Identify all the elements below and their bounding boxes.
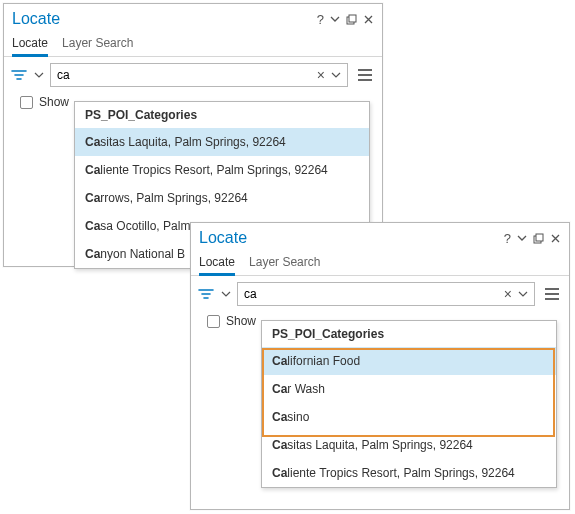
close-icon[interactable] bbox=[363, 14, 374, 25]
suggestions-header: PS_POI_Categories bbox=[262, 321, 556, 347]
svg-rect-3 bbox=[536, 234, 543, 241]
filter-icon[interactable] bbox=[197, 285, 215, 303]
pane-title: Locate bbox=[12, 10, 317, 28]
suggestions-header: PS_POI_Categories bbox=[75, 102, 369, 128]
restore-icon[interactable] bbox=[533, 233, 544, 244]
filter-dropdown-icon[interactable] bbox=[34, 71, 44, 79]
title-controls: ? bbox=[317, 12, 374, 27]
titlebar: Locate ? bbox=[4, 4, 382, 30]
search-input[interactable] bbox=[55, 66, 313, 84]
restore-icon[interactable] bbox=[346, 14, 357, 25]
search-dropdown-icon[interactable] bbox=[329, 71, 343, 79]
show-checkbox[interactable] bbox=[20, 96, 33, 109]
search-input[interactable] bbox=[242, 285, 500, 303]
help-icon[interactable]: ? bbox=[317, 12, 324, 27]
title-controls: ? bbox=[504, 231, 561, 246]
tabs: Locate Layer Search bbox=[191, 249, 569, 276]
close-icon[interactable] bbox=[550, 233, 561, 244]
clear-icon[interactable]: × bbox=[500, 286, 516, 302]
tabs: Locate Layer Search bbox=[4, 30, 382, 57]
locate-pane-2: Locate ? Locate Layer Search × Show bbox=[190, 222, 570, 510]
show-label: Show bbox=[226, 314, 256, 328]
suggestion-item[interactable]: Caliente Tropics Resort, Palm Springs, 9… bbox=[262, 459, 556, 487]
suggestion-item[interactable]: Carrows, Palm Springs, 92264 bbox=[75, 184, 369, 212]
chevron-down-icon[interactable] bbox=[517, 233, 527, 243]
suggestion-item[interactable]: Caliente Tropics Resort, Palm Springs, 9… bbox=[75, 156, 369, 184]
titlebar: Locate ? bbox=[191, 223, 569, 249]
search-row: × bbox=[191, 276, 569, 312]
tab-locate[interactable]: Locate bbox=[199, 251, 235, 275]
tab-locate[interactable]: Locate bbox=[12, 32, 48, 56]
show-checkbox[interactable] bbox=[207, 315, 220, 328]
svg-rect-1 bbox=[349, 15, 356, 22]
suggestion-item[interactable]: Car Wash bbox=[262, 375, 556, 403]
menu-icon[interactable] bbox=[354, 64, 376, 86]
search-row: × bbox=[4, 57, 382, 93]
filter-dropdown-icon[interactable] bbox=[221, 290, 231, 298]
suggestion-item[interactable]: Casitas Laquita, Palm Springs, 92264 bbox=[75, 128, 369, 156]
suggestion-item[interactable]: Californian Food bbox=[262, 347, 556, 375]
show-label: Show bbox=[39, 95, 69, 109]
suggestion-item[interactable]: Casino bbox=[262, 403, 556, 431]
tab-layer-search[interactable]: Layer Search bbox=[249, 251, 320, 275]
suggestions-popup: PS_POI_Categories Californian Food Car W… bbox=[261, 320, 557, 488]
menu-icon[interactable] bbox=[541, 283, 563, 305]
chevron-down-icon[interactable] bbox=[330, 14, 340, 24]
search-box: × bbox=[50, 63, 348, 87]
help-icon[interactable]: ? bbox=[504, 231, 511, 246]
tab-layer-search[interactable]: Layer Search bbox=[62, 32, 133, 56]
clear-icon[interactable]: × bbox=[313, 67, 329, 83]
search-dropdown-icon[interactable] bbox=[516, 290, 530, 298]
search-box: × bbox=[237, 282, 535, 306]
filter-icon[interactable] bbox=[10, 66, 28, 84]
pane-title: Locate bbox=[199, 229, 504, 247]
suggestion-item[interactable]: Casitas Laquita, Palm Springs, 92264 bbox=[262, 431, 556, 459]
